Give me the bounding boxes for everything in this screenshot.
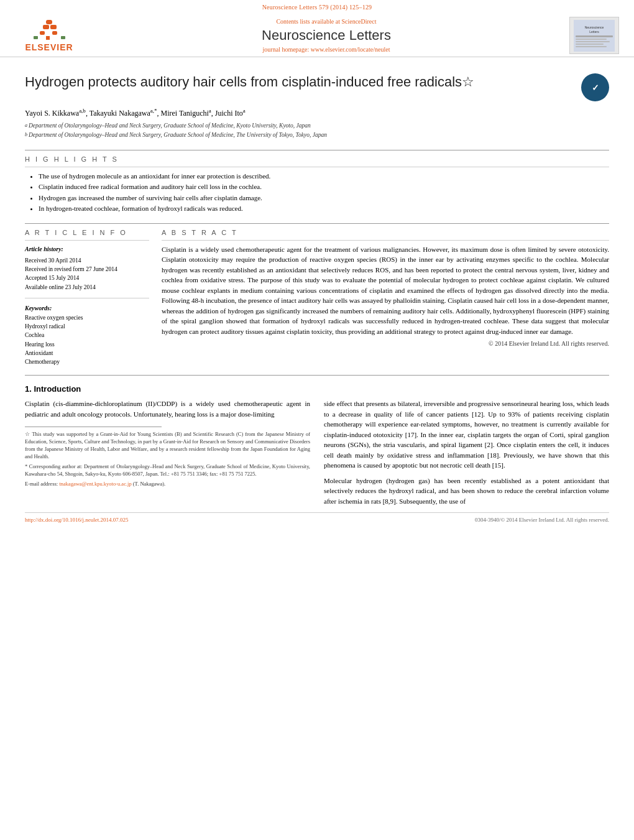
introduction-section: 1. Introduction Cisplatin (cis-diammine-… — [25, 384, 609, 506]
article-info-col: A R T I C L E I N F O Article history: R… — [25, 229, 149, 367]
author-nakagawa: Takayuki Nakagawaa,* — [90, 109, 157, 118]
keywords-divider — [25, 298, 149, 298]
main-content: Hydrogen protects auditory hair cells fr… — [0, 57, 634, 534]
homepage-link: journal homepage: www.elsevier.com/locat… — [83, 46, 569, 53]
keyword-1: Reactive oxygen species — [25, 313, 149, 322]
article-history-label: Article history: — [25, 244, 149, 254]
intro-col-1: Cisplatin (cis-diammine-dichloroplatinum… — [25, 399, 310, 506]
highlights-list: The use of hydrogen molecule as an antio… — [25, 171, 609, 215]
highlight-4: In hydrogen-treated cochleae, formation … — [39, 203, 609, 215]
author-kikkawa: Yayoi S. Kikkawaa,b — [25, 109, 86, 118]
keyword-3: Cochlea — [25, 331, 149, 339]
intro-body-cols: Cisplatin (cis-diammine-dichloroplatinum… — [25, 399, 609, 506]
article-history: Article history: Received 30 April 2014 … — [25, 244, 149, 292]
svg-rect-3 — [43, 25, 49, 29]
intro-para-3: Molecular hydrogen (hydrogen gas) has be… — [324, 476, 609, 507]
vol-info-bar: Neuroscience Letters 579 (2014) 125–129 — [0, 0, 634, 12]
svg-rect-7 — [61, 36, 65, 39]
sciencedirect-link: Contents lists available at ScienceDirec… — [83, 18, 569, 25]
authors-section: Yayoi S. Kikkawaa,b, Takayuki Nakagawaa,… — [25, 108, 609, 118]
elsevier-tree-icon — [21, 19, 77, 40]
highlight-2: Cisplatin induced free radical formation… — [39, 182, 609, 193]
highlights-section: H I G H L I G H T S The use of hydrogen … — [25, 155, 609, 215]
highlights-divider — [25, 167, 609, 167]
svg-rect-16 — [576, 46, 607, 47]
article-title-section: Hydrogen protects auditory hair cells fr… — [25, 73, 609, 101]
highlight-3: Hydrogen gas increased the number of sur… — [39, 193, 609, 204]
footnote-1: ☆ This study was supported by a Grant-in… — [25, 431, 310, 461]
page-wrapper: Neuroscience Letters 579 (2014) 125–129 … — [0, 0, 634, 840]
intro-para-2: side effect that presents as bilateral, … — [324, 399, 609, 471]
svg-text:Neuroscience: Neuroscience — [585, 25, 604, 29]
highlight-1: The use of hydrogen molecule as an antio… — [39, 171, 609, 182]
keyword-6: Chemotherapy — [25, 358, 149, 366]
crossmark-icon: ✓ — [592, 83, 599, 93]
keyword-5: Antioxidant — [25, 349, 149, 358]
received-date: Received 30 April 2014 — [25, 256, 149, 265]
divider-2 — [25, 223, 609, 224]
vol-info-text: Neuroscience Letters 579 (2014) 125–129 — [262, 4, 372, 11]
intro-para-1: Cisplatin (cis-diammine-dichloroplatinum… — [25, 399, 310, 419]
footnote-email: E-mail address: tnakagawa@ent.kpu.kyoto-… — [25, 481, 310, 488]
journal-thumbnail: Neuroscience Letters — [569, 17, 619, 54]
affiliation-a: a Department of Otolaryngology–Head and … — [25, 122, 609, 130]
article-title: Hydrogen protects auditory hair cells fr… — [25, 73, 581, 91]
accepted-date: Accepted 15 July 2014 — [25, 274, 149, 282]
article-info-label: A R T I C L E I N F O — [25, 229, 149, 236]
svg-rect-4 — [50, 25, 57, 29]
author-ito: Juichi Itoa — [215, 109, 246, 118]
available-online-date: Available online 23 July 2014 — [25, 283, 149, 292]
highlights-label: H I G H L I G H T S — [25, 155, 609, 163]
keyword-2: Hydroxyl radical — [25, 322, 149, 331]
journal-center: Contents lists available at ScienceDirec… — [83, 18, 569, 53]
article-info-abstract-row: A R T I C L E I N F O Article history: R… — [25, 229, 609, 367]
elsevier-logo: ELSEVIER — [15, 17, 83, 54]
received-revised-date: Received in revised form 27 June 2014 — [25, 265, 149, 274]
svg-rect-2 — [52, 31, 57, 35]
section-1-heading: 1. Introduction — [25, 384, 609, 394]
svg-text:Letters: Letters — [589, 30, 599, 34]
keywords-section: Keywords: Reactive oxygen species Hydrox… — [25, 305, 149, 367]
keyword-4: Hearing loss — [25, 340, 149, 349]
affiliations: a Department of Otolaryngology–Head and … — [25, 122, 609, 140]
elsevier-brand-text: ELSEVIER — [25, 42, 73, 52]
journal-header: ELSEVIER Contents lists available at Sci… — [0, 12, 634, 57]
abstract-col: A B S T R A C T Cisplatin is a widely us… — [162, 229, 609, 367]
journal-cover-icon: Neuroscience Letters — [572, 19, 616, 53]
doi-link[interactable]: http://dx.doi.org/10.1016/j.neulet.2014.… — [25, 517, 129, 523]
svg-rect-12 — [576, 35, 613, 37]
article-info-divider — [25, 240, 149, 241]
svg-rect-15 — [576, 44, 604, 45]
svg-rect-5 — [46, 20, 52, 24]
keywords-label: Keywords: — [25, 305, 149, 312]
author-taniguchi: Mirei Taniguchia — [161, 109, 211, 118]
divider-3 — [25, 375, 609, 376]
homepage-url[interactable]: www.elsevier.com/locate/neulet — [311, 46, 390, 53]
svg-rect-6 — [34, 36, 38, 39]
svg-rect-1 — [40, 31, 45, 35]
footnote-divider — [25, 427, 162, 427]
svg-rect-14 — [576, 41, 610, 42]
svg-rect-0 — [46, 36, 50, 40]
journal-title-header: Neuroscience Letters — [83, 27, 569, 44]
copyright-text: © 2014 Elsevier Ireland Ltd. All rights … — [162, 340, 609, 347]
sciencedirect-text[interactable]: ScienceDirect — [341, 18, 376, 25]
divider-1 — [25, 150, 609, 150]
abstract-text: Cisplatin is a widely used chemotherapeu… — [162, 244, 609, 337]
intro-col-2: side effect that presents as bilateral, … — [324, 399, 609, 506]
crossmark-logo[interactable]: ✓ — [581, 73, 609, 101]
svg-rect-13 — [576, 39, 607, 40]
footnote-email-link[interactable]: tnakagawa@ent.kpu.kyoto-u.ac.jp — [59, 481, 131, 487]
affiliation-b: b Department of Otolaryngology–Head and … — [25, 131, 609, 139]
abstract-label: A B S T R A C T — [162, 229, 609, 236]
footer-info: http://dx.doi.org/10.1016/j.neulet.2014.… — [25, 512, 609, 523]
abstract-divider — [162, 240, 609, 241]
footnote-2: * Corresponding author at: Department of… — [25, 463, 310, 478]
issn-text: 0304-3940/© 2014 Elsevier Ireland Ltd. A… — [475, 517, 609, 523]
